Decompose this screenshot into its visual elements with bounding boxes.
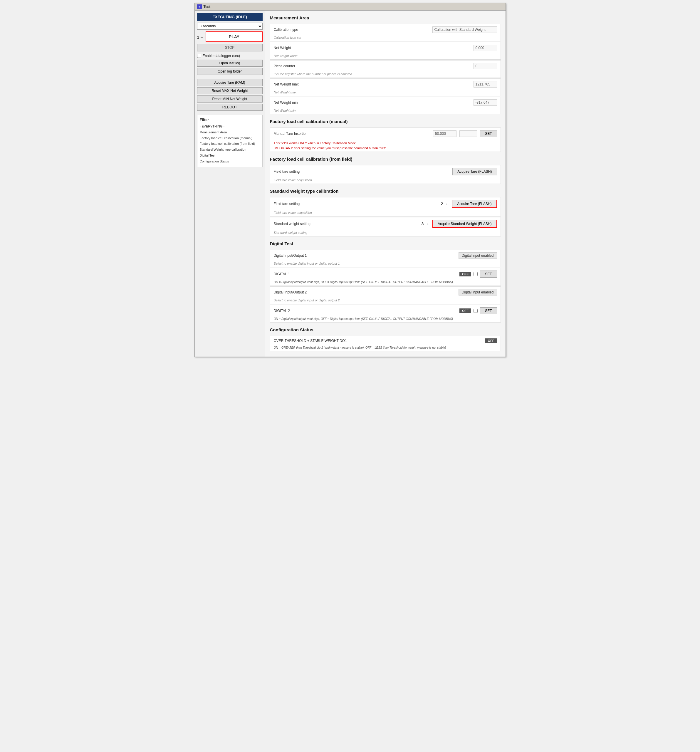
- app-icon: T: [197, 5, 202, 9]
- filter-box: Filter - EVERYTHING - Measurement Area F…: [197, 115, 262, 167]
- digital-io1-label: Digital Input/Output 1: [274, 253, 456, 258]
- calibration-type-value: Calibration with Standard Weight: [432, 26, 497, 33]
- right-panel: Measurement Area Calibration type Calibr…: [265, 11, 506, 357]
- digital1-checkbox[interactable]: [473, 272, 478, 276]
- reset-max-button[interactable]: Reset MAX Net Weight: [197, 87, 262, 94]
- reboot-button[interactable]: REBOOT: [197, 104, 262, 111]
- calibration-type-row: Calibration type Calibration with Standa…: [270, 24, 501, 35]
- digital2-set-button[interactable]: SET: [480, 307, 497, 314]
- left-panel: EXECUTING (IDLE) 3 seconds 1 ← PLAY STOP…: [195, 11, 265, 357]
- net-weight-min-value: -317.647: [473, 99, 497, 106]
- calibration-type-group: Calibration type Calibration with Standa…: [270, 24, 501, 41]
- play-button[interactable]: PLAY: [206, 31, 262, 42]
- arrow-3-label: 3: [422, 222, 424, 226]
- over-threshold-off-badge: OFF: [485, 339, 497, 343]
- digital1-note: ON = Digital input/output went high, OFF…: [270, 280, 501, 286]
- calibration-type-sub: Calibration type set: [270, 35, 501, 41]
- filter-item-standard-weight[interactable]: Standard Weight type calibration: [200, 147, 260, 153]
- field-tare-standard-group: Field tare setting 2 ← Acquire Tare (FLA…: [270, 197, 501, 216]
- acquire-standard-weight-button[interactable]: Acquire Standard Weight (FLASH): [432, 220, 497, 228]
- measurement-area-title: Measurement Area: [270, 15, 501, 20]
- filter-list: - EVERYTHING - Measurement Area Factory …: [200, 124, 260, 165]
- digital-io1-badge: Digital input enabled: [459, 252, 497, 259]
- main-window: T Test EXECUTING (IDLE) 3 seconds 1 ← PL…: [194, 3, 506, 357]
- open-log-folder-button[interactable]: Open log folder: [197, 68, 262, 75]
- digital2-group: DIGITAL 2 OFF SET ON = Digital input/out…: [270, 305, 501, 323]
- piece-counter-label: Piece counter: [274, 64, 470, 68]
- enable-datalogger-row: Enable datalogger (sec): [197, 54, 262, 58]
- manual-tare-label: Manual Tare Insertion: [274, 132, 430, 136]
- enable-datalogger-label: Enable datalogger (sec): [203, 54, 240, 58]
- digital2-checkbox[interactable]: [473, 309, 478, 313]
- net-weight-label: Net Weight: [274, 46, 470, 50]
- manual-tare-input[interactable]: 50: [459, 131, 477, 137]
- digital2-note: ON = Digital input/output went high, OFF…: [270, 317, 501, 322]
- arrow-1-label: 1: [197, 35, 199, 40]
- executing-header: EXECUTING (IDLE): [197, 13, 262, 21]
- over-threshold-row: OVER THRESHOLD + STABLE WEIGHT DO1 OFF: [270, 336, 501, 345]
- factory-manual-title: Factory load cell calibration (manual): [270, 119, 501, 124]
- acquire-tare-ram-button[interactable]: Acquire Tare (RAM): [197, 79, 262, 86]
- digital1-group: DIGITAL 1 OFF SET ON = Digital input/out…: [270, 268, 501, 286]
- digital1-off-badge: OFF: [459, 272, 471, 277]
- digital-io2-group: Digital Input/Output 2 Digital input ena…: [270, 286, 501, 304]
- digital-io2-label: Digital Input/Output 2: [274, 290, 456, 294]
- manual-tare-note: This fields works ONLY when in Factory C…: [270, 140, 501, 152]
- digital1-set-button[interactable]: SET: [480, 270, 497, 278]
- digital-io1-group: Digital Input/Output 1 Digital input ena…: [270, 250, 501, 267]
- field-tare-factory-sub: Field tare value acquisition: [270, 178, 501, 183]
- reset-min-button[interactable]: Reset MIN Net Weight: [197, 95, 262, 103]
- standard-weight-setting-sub: Standard weight setting: [270, 230, 501, 236]
- digital1-label: DIGITAL 1: [274, 272, 347, 276]
- filter-item-digital-test[interactable]: Digital Test: [200, 153, 260, 158]
- acquire-tare-flash-standard-button[interactable]: Acquire Tare (FLASH): [452, 200, 497, 208]
- titlebar: T Test: [195, 3, 506, 11]
- config-status-title: Configuration Status: [270, 327, 501, 332]
- net-weight-row: Net Weight 0.000: [270, 42, 501, 53]
- manual-tare-set-button[interactable]: SET: [480, 130, 497, 137]
- over-threshold-note: ON = GREATER than Threshold dig 1 (and w…: [270, 345, 501, 351]
- digital-io1-sub: Select to enable digital input or digita…: [270, 261, 501, 267]
- field-tare-standard-label: Field tare setting: [274, 202, 438, 206]
- over-threshold-label: OVER THRESHOLD + STABLE WEIGHT DO1: [274, 339, 482, 343]
- field-tare-standard-row: Field tare setting 2 ← Acquire Tare (FLA…: [270, 197, 501, 210]
- left-arrow-icon: ←: [200, 35, 204, 40]
- field-tare-factory-group: Field tare setting Acquire Tare (FLASH) …: [270, 165, 501, 184]
- digital-io2-badge: Digital input enabled: [459, 289, 497, 295]
- arrow-2-icon: ←: [445, 202, 449, 206]
- enable-datalogger-checkbox[interactable]: [197, 54, 201, 58]
- digital-io2-sub: Select to enable digital input or digita…: [270, 298, 501, 304]
- filter-item-factory-manual[interactable]: Factory load cell calibration (manual): [200, 135, 260, 141]
- net-weight-max-row: Net Weight max 1211.765: [270, 79, 501, 90]
- net-weight-min-sub: Net Weight min: [270, 108, 501, 114]
- net-weight-value: 0.000: [473, 45, 497, 51]
- factory-field-title: Factory load cell calibration (from fiel…: [270, 157, 501, 162]
- piece-counter-row: Piece counter 0: [270, 61, 501, 71]
- seconds-select[interactable]: 3 seconds: [197, 23, 262, 30]
- stop-button[interactable]: STOP: [197, 44, 262, 51]
- filter-item-config-status[interactable]: Configuration Status: [200, 158, 260, 165]
- filter-item-measurement[interactable]: Measurement Area: [200, 129, 260, 135]
- net-weight-max-group: Net Weight max 1211.765 Net Weight max: [270, 78, 501, 96]
- manual-tare-group: Manual Tare Insertion 50.000 50 SET This…: [270, 127, 501, 152]
- piece-counter-group: Piece counter 0 It is the register where…: [270, 60, 501, 78]
- filter-title: Filter: [200, 118, 260, 122]
- net-weight-max-value: 1211.765: [473, 81, 497, 87]
- filter-item-factory-field[interactable]: Factory load cell calibration (from fiel…: [200, 141, 260, 147]
- net-weight-max-label: Net Weight max: [274, 82, 470, 86]
- standard-weight-setting-label: Standard weight setting: [274, 222, 419, 226]
- acquire-tare-flash-factory-button[interactable]: Acquire Tare (FLASH): [452, 168, 497, 176]
- calibration-type-label: Calibration type: [274, 28, 430, 32]
- digital-io1-row: Digital Input/Output 1 Digital input ena…: [270, 250, 501, 261]
- manual-tare-value: 50.000: [433, 131, 456, 137]
- net-weight-min-label: Net Weight min: [274, 101, 470, 104]
- filter-item-everything[interactable]: - EVERYTHING -: [200, 124, 260, 129]
- digital1-row: DIGITAL 1 OFF SET: [270, 268, 501, 280]
- net-weight-min-row: Net Weight min -317.647: [270, 97, 501, 108]
- digital-io2-row: Digital Input/Output 2 Digital input ena…: [270, 287, 501, 298]
- open-last-log-button[interactable]: Open last log: [197, 60, 262, 67]
- digital2-row: DIGITAL 2 OFF SET: [270, 305, 501, 317]
- piece-counter-sub: It is the register where the number of p…: [270, 71, 501, 78]
- window-title: Test: [203, 5, 211, 9]
- standard-weight-title: Standard Weight type calibration: [270, 189, 501, 194]
